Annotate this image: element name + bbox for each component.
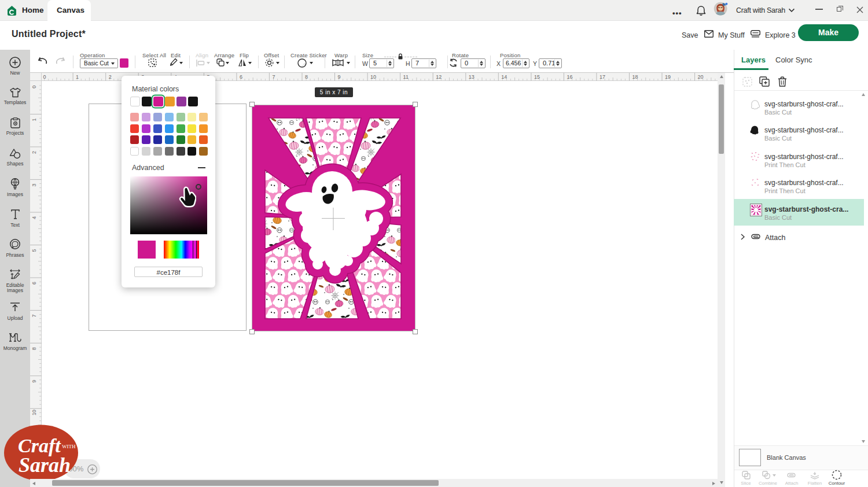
svg-text:WITH: WITH [62,444,76,449]
svg-text:Sarah: Sarah [19,453,71,477]
svg-text:12: 12 [436,74,442,80]
svg-text:19: 19 [665,74,671,80]
svg-text:8: 8 [31,347,37,350]
svg-text:20: 20 [698,74,704,80]
svg-text:14: 14 [501,74,507,80]
svg-text:17: 17 [599,74,605,80]
svg-text:9: 9 [31,380,37,383]
svg-text:2: 2 [109,74,112,80]
svg-text:8: 8 [305,74,308,80]
svg-text:0: 0 [43,74,46,80]
svg-text:3: 3 [31,183,37,186]
svg-text:6: 6 [240,74,242,80]
svg-text:0: 0 [31,86,37,88]
svg-text:16: 16 [567,74,572,80]
svg-text:4: 4 [31,216,37,219]
svg-text:2: 2 [31,151,37,154]
svg-text:11: 11 [403,74,409,80]
svg-text:9: 9 [338,74,341,80]
svg-text:5: 5 [31,249,37,252]
svg-text:15: 15 [534,74,540,80]
svg-text:13: 13 [469,74,475,80]
svg-text:1: 1 [31,118,37,121]
svg-text:7: 7 [272,74,275,80]
svg-text:18: 18 [632,74,638,80]
svg-text:10: 10 [31,409,37,415]
svg-text:7: 7 [31,315,37,318]
svg-text:6: 6 [31,282,37,285]
svg-text:1: 1 [76,74,79,80]
svg-text:10: 10 [370,74,376,80]
